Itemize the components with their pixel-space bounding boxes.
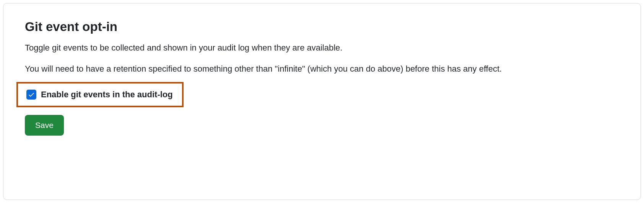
- highlighted-checkbox-row: Enable git events in the audit-log: [16, 82, 184, 107]
- description-text-2: You will need to have a retention specif…: [25, 62, 619, 75]
- description-text-1: Toggle git events to be collected and sh…: [25, 41, 619, 54]
- enable-git-events-checkbox[interactable]: [26, 90, 36, 100]
- enable-git-events-label[interactable]: Enable git events in the audit-log: [41, 90, 173, 100]
- section-heading: Git event opt-in: [25, 19, 619, 34]
- save-button[interactable]: Save: [25, 115, 64, 135]
- git-event-optin-panel: Git event opt-in Toggle git events to be…: [3, 3, 641, 200]
- checkmark-icon: [28, 91, 35, 98]
